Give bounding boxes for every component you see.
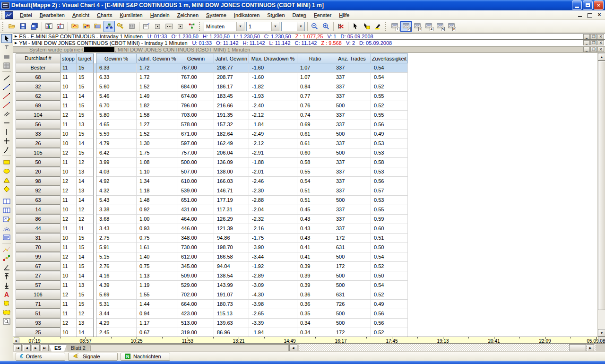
fill-rect-icon[interactable]: [1, 52, 12, 61]
menu-item-charts[interactable]: Charts: [93, 11, 116, 19]
toolbar-grip[interactable]: [199, 22, 201, 31]
polyline-icon[interactable]: [1, 245, 12, 254]
column-header[interactable]: Max. Drawdown %: [249, 53, 297, 63]
window-close-icon[interactable]: ×: [597, 40, 604, 45]
vline-icon[interactable]: [1, 127, 12, 136]
interval-dropdown[interactable]: 1▼: [246, 22, 279, 31]
signal-tree-icon[interactable]: [186, 21, 198, 32]
result-row[interactable]: 2710144.161.13509.00138.54-2.890.395000.…: [16, 271, 408, 281]
column-header[interactable]: Zuverlässigkeit: [371, 53, 408, 63]
properties-icon[interactable]: [141, 21, 152, 32]
column-header[interactable]: Gewinn %: [96, 53, 137, 63]
column-header[interactable]: target: [77, 53, 94, 63]
result-row[interactable]: 5611134.651.27578.00157.32-1.840.693370.…: [16, 120, 408, 130]
line-icon[interactable]: [1, 73, 12, 82]
result-row[interactable]: 10512156.421.75757.00206.04-2.910.605000…: [16, 148, 408, 158]
zoom-out-icon[interactable]: [309, 21, 320, 32]
new-chart-icon[interactable]: [43, 21, 55, 32]
result-row[interactable]: 10612155.691.55702.00191.07-4.300.366310…: [16, 290, 408, 300]
triangle-shape-icon[interactable]: [1, 175, 12, 184]
result-row[interactable]: 6911156.701.82796.00216.66-2.400.765000.…: [16, 101, 408, 111]
key-euro-icon[interactable]: €: [115, 21, 126, 32]
angle-icon[interactable]: [1, 263, 12, 272]
toolbar-grip[interactable]: [1, 11, 3, 19]
split-3-icon[interactable]: [1, 206, 12, 215]
nav-next-icon[interactable]: [175, 21, 186, 32]
quote-row-es[interactable]: ▶ ES - E-MINI S&P CONTINUOUS - Intraday …: [13, 33, 605, 40]
vertical-scrollbar[interactable]: ▲ ▼: [597, 53, 605, 337]
column-header[interactable]: Gewinn: [178, 53, 214, 63]
result-row[interactable]: 9912145.151.40612.00166.58-3.440.415000.…: [16, 252, 408, 262]
close-button[interactable]: ×: [594, 0, 604, 10]
small-frame-icon[interactable]: [1, 299, 12, 308]
window-6-icon[interactable]: 6: [446, 21, 457, 32]
result-row[interactable]: 9812144.921.34610.00166.03-2.460.543370.…: [16, 177, 408, 186]
result-row[interactable]: 5711134.391.19529.00143.99-3.090.395000.…: [16, 281, 408, 290]
menu-item-daten[interactable]: Daten: [289, 11, 310, 19]
mdi-close-button[interactable]: ×: [596, 12, 602, 17]
menu-item-kurslisten[interactable]: Kurslisten: [116, 11, 146, 19]
result-row[interactable]: 6811156.331.72767.00208.77-1.601.073370.…: [16, 73, 408, 82]
parallel-lines-icon[interactable]: [1, 109, 12, 118]
axis-left-icon[interactable]: ▶: [14, 338, 19, 343]
window-close-icon[interactable]: ×: [597, 34, 604, 39]
toolbar-grip[interactable]: [2, 22, 5, 31]
column-header[interactable]: Ratio: [297, 53, 333, 63]
window-4-icon[interactable]: 4: [423, 21, 434, 32]
import-chart-icon[interactable]: [55, 21, 66, 32]
menu-item-ansicht[interactable]: Ansicht: [69, 11, 93, 19]
window-restore-icon[interactable]: ❐: [590, 34, 597, 39]
window-minimize-icon[interactable]: _: [583, 47, 590, 52]
restore-button[interactable]: [583, 0, 593, 10]
wide-frame-icon[interactable]: [1, 308, 12, 317]
units-dropdown[interactable]: ▼: [281, 22, 305, 31]
result-row[interactable]: 3210155.601.52684.00186.17-1.820.843370.…: [16, 82, 408, 92]
building-icon[interactable]: [126, 21, 138, 32]
scroll-up-icon[interactable]: ▲: [598, 53, 605, 61]
scroll-right-icon[interactable]: ▶: [587, 344, 594, 351]
cross-icon[interactable]: [1, 136, 12, 145]
folder-chart-flag-icon[interactable]: [81, 21, 92, 32]
arrow-up-icon[interactable]: [1, 272, 12, 281]
menu-item-hilfe[interactable]: Hilfe: [335, 11, 353, 19]
dock-button-orders[interactable]: €Orders: [16, 353, 65, 361]
mdi-minimize-button[interactable]: [578, 12, 583, 17]
window-2-icon[interactable]: 2: [400, 21, 412, 32]
tab-first-icon[interactable]: |◀: [14, 344, 22, 351]
result-row[interactable]: 6211145.461.49674.00183.45-1.930.773370.…: [16, 92, 408, 101]
pointer-icon[interactable]: [350, 21, 361, 32]
column-header[interactable]: Jährl. Gewinn %: [137, 53, 178, 63]
window-restore-icon[interactable]: ❐: [590, 40, 597, 45]
edit-chart-icon[interactable]: [1, 215, 12, 224]
result-row[interactable]: 3110152.750.75348.0094.86-1.750.431720.5…: [16, 234, 408, 243]
column-header[interactable]: Durchlauf #: [16, 53, 60, 63]
zoom-in-icon[interactable]: [320, 21, 332, 32]
chevron-down-icon[interactable]: ▼: [271, 22, 279, 31]
scroll-down-icon[interactable]: ▼: [598, 329, 605, 337]
menu-item-bearbeiten[interactable]: Bearbeiten: [36, 11, 69, 19]
result-row[interactable]: 9312134.291.17513.00139.63-3.390.345000.…: [16, 319, 408, 328]
minimize-button[interactable]: [572, 0, 582, 10]
result-row[interactable]: 6311145.431.48651.00177.19-2.880.515000.…: [16, 196, 408, 205]
tab-last-icon[interactable]: ▶|: [41, 344, 49, 351]
hscrollbar-thumb[interactable]: [569, 344, 586, 351]
fib-arcs-icon[interactable]: [1, 224, 12, 233]
dock-button-signale[interactable]: Signale: [68, 353, 118, 361]
expand-arrow-icon[interactable]: ▶: [15, 41, 17, 45]
split-2-icon[interactable]: [1, 197, 12, 206]
tab-next-icon[interactable]: ▶: [32, 344, 40, 351]
hline-icon[interactable]: [1, 118, 12, 127]
text-note-icon[interactable]: [1, 233, 12, 242]
result-row[interactable]: 9212134.321.18539.00146.71-2.300.513370.…: [16, 186, 408, 196]
zoom-box-icon[interactable]: [1, 317, 12, 326]
result-row[interactable]: 7011155.911.61730.00198.70-3.900.416310.…: [16, 243, 408, 252]
ellipse-shape-icon[interactable]: [1, 166, 12, 175]
toolbar-grip[interactable]: [385, 22, 388, 31]
brush-icon[interactable]: [1, 254, 12, 263]
result-row[interactable]: 10412155.801.58703.00191.35-2.120.743370…: [16, 111, 408, 120]
result-row[interactable]: 2610144.791.30597.00162.49-2.120.613370.…: [16, 139, 408, 148]
arrow-down-icon[interactable]: [1, 281, 12, 290]
menu-item-handeln[interactable]: Handeln: [147, 11, 173, 19]
delete-draw-icon[interactable]: [335, 21, 346, 32]
dock-button-nachrichten[interactable]: NNachrichten: [121, 353, 170, 361]
